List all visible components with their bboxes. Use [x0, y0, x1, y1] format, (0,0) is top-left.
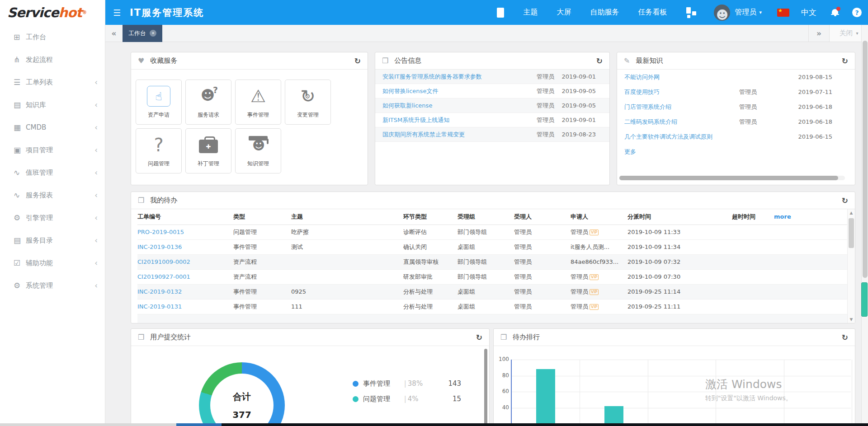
announcement-link[interactable]: 如何替换license文件 [382, 87, 526, 95]
panel-title: 用户提交统计 [150, 333, 191, 342]
knowledge-link[interactable]: 几个主要软件调试方法及调试原则 [624, 133, 739, 141]
sidebar-item-catalog[interactable]: ▤服务目录‹ [0, 229, 105, 252]
help-icon[interactable]: ? [852, 8, 862, 17]
sidebar-item-worklist[interactable]: ☰工单列表‹ [0, 71, 105, 94]
scrollbar-thumb[interactable] [849, 218, 854, 248]
service-card-service-request[interactable]: ☻?服务请求 [185, 80, 231, 125]
refresh-icon[interactable]: ↻ [842, 333, 848, 342]
refresh-icon[interactable]: ↻ [354, 56, 361, 66]
heart-icon: ♥ [138, 56, 144, 65]
announcement-item[interactable]: 国庆期间所有系统禁止常规变更管理员2019-08-23 [375, 127, 609, 142]
sidebar-item-cmdb[interactable]: ▦CMDB‹ [0, 116, 105, 139]
announcement-link[interactable]: 新ITSM系统升级上线通知 [382, 116, 526, 124]
service-card-asset-apply[interactable]: ☝资产申请 [136, 80, 182, 125]
layout-grid-icon[interactable] [686, 7, 697, 18]
work-order-link[interactable]: CI20190927-0001 [137, 273, 190, 280]
tabs-scroll-right-icon[interactable]: » [808, 25, 829, 42]
hamburger-menu-icon[interactable]: ☰ [113, 8, 121, 18]
more-link[interactable]: 更多 [617, 144, 855, 159]
knowledge-link[interactable]: 百度使用技巧 [624, 88, 739, 96]
gridline [512, 408, 851, 408]
knowledge-link[interactable]: 门店管理系统介绍 [624, 103, 739, 111]
work-order-link[interactable]: INC-2019-0136 [137, 243, 182, 250]
work-order-link[interactable]: PRO-2019-0015 [137, 229, 184, 235]
nav-item-self-service[interactable]: 自助服务 [590, 8, 619, 17]
service-card-patch[interactable]: ✚补丁管理 [185, 128, 231, 173]
tab-close-icon[interactable]: ✕ [150, 30, 156, 37]
sidebar-item-knowledge-base[interactable]: ▤知识库‹ [0, 94, 105, 116]
page-scrollbar[interactable] [861, 25, 868, 426]
refresh-icon[interactable]: ↻ [842, 196, 848, 205]
announcement-link[interactable]: 国庆期间所有系统禁止常规变更 [382, 131, 526, 139]
vertical-scrollbar[interactable]: ▲ ▼ [847, 209, 855, 323]
scroll-up-icon[interactable]: ▲ [848, 209, 855, 216]
service-card-incident[interactable]: ⚠事件管理 [235, 80, 281, 125]
notification-bell-icon[interactable] [831, 8, 840, 17]
refresh-icon[interactable]: ↻ [596, 56, 603, 66]
panel-scrollbar-thumb[interactable] [484, 349, 487, 426]
legend-item[interactable]: 问题管理|4%15 [353, 391, 461, 407]
announcement-author: 管理员 [526, 116, 554, 124]
announcement-item[interactable]: 如何获取新license管理员2019-09-05 [375, 98, 609, 113]
service-card-knowledge-mgmt[interactable]: ☻知识管理 [235, 128, 281, 173]
china-flag-icon[interactable]: ★ [777, 9, 789, 17]
knowledge-item[interactable]: 二维码发码系统介绍管理员2019-06-18 [617, 114, 855, 129]
more-link[interactable]: more [774, 209, 847, 225]
knowledge-item[interactable]: 几个主要软件调试方法及调试原则2019-06-15 [617, 129, 855, 144]
sidebar-item-label: 辅助功能 [26, 259, 53, 267]
vip-badge: VIP [590, 289, 599, 295]
type-cell: 事件管理 [233, 299, 291, 314]
announcement-link[interactable]: 如何获取新license [382, 102, 526, 110]
refresh-icon[interactable]: ↻ [476, 333, 482, 342]
sidebar-item-report[interactable]: ∿服务报表‹ [0, 184, 105, 206]
page-scrollbar-thumb[interactable] [863, 41, 868, 278]
service-card-change[interactable]: ↻⚙变更管理 [285, 80, 331, 125]
user-name[interactable]: 管理员 [735, 8, 756, 17]
knowledge-item[interactable]: 百度使用技巧管理员2019-07-11 [617, 84, 855, 99]
language-switch[interactable]: 中文 [801, 7, 816, 18]
tabs-scroll-left-icon[interactable]: « [105, 29, 123, 38]
nav-item-theme[interactable]: 主题 [523, 8, 538, 17]
knowledge-item[interactable]: 不能访问外网2019-08-15 [617, 70, 855, 84]
floating-side-widget[interactable] [861, 282, 868, 317]
refresh-icon[interactable]: ↻ [842, 56, 848, 66]
service-card-problem[interactable]: ?问题管理 [136, 128, 182, 173]
subject-cell: 测试 [291, 239, 403, 254]
subject-cell: 111 [291, 299, 403, 314]
scrollbar-thumb[interactable] [619, 176, 838, 180]
sidebar-item-project[interactable]: ▣项目管理‹ [0, 139, 105, 161]
knowledge-author: 管理员 [739, 118, 789, 126]
empty-cell [774, 225, 847, 239]
announcement-item[interactable]: 如何替换license文件管理员2019-09-05 [375, 84, 609, 98]
work-order-link[interactable]: CI20191009-0002 [137, 258, 190, 265]
tab-workbench[interactable]: 工作台 ✕ [123, 25, 162, 42]
sidebar-item-engine[interactable]: ⚙引擎管理‹ [0, 206, 105, 229]
service-card-label: 变更管理 [297, 111, 319, 119]
announcement-item[interactable]: 安装IT服务管理系统的服务器要求参数管理员2019-09-01 [375, 70, 609, 84]
user-dropdown-caret-icon[interactable]: ▾ [759, 9, 762, 15]
sidebar-item-start-flow[interactable]: ⋔发起流程 [0, 48, 105, 71]
sidebar-item-dashboard[interactable]: ⊞工作台 [0, 26, 105, 48]
user-avatar[interactable]: ☻ [714, 5, 730, 21]
tab-label: 工作台 [128, 29, 146, 37]
work-order-link[interactable]: INC-2019-0132 [137, 288, 182, 295]
announcement-item[interactable]: 新ITSM系统升级上线通知管理员2019-09-01 [375, 113, 609, 127]
knowledge-item[interactable]: 门店管理系统介绍管理员2019-06-18 [617, 99, 855, 114]
sidebar-item-aux[interactable]: ☑辅助功能‹ [0, 252, 105, 274]
screen-toggle-icon[interactable] [497, 8, 504, 18]
work-order-link[interactable]: INC-2019-0131 [137, 303, 182, 310]
knowledge-author: 管理员 [739, 88, 789, 96]
legend-item[interactable]: 事件管理|38%143 [353, 376, 461, 391]
horizontal-scrollbar[interactable] [619, 176, 845, 180]
knowledge-link[interactable]: 二维码发码系统介绍 [624, 118, 739, 126]
announcement-link[interactable]: 安装IT服务管理系统的服务器要求参数 [382, 73, 526, 81]
legend-value: 143 [438, 379, 461, 388]
nav-item-big-screen[interactable]: 大屏 [557, 8, 571, 17]
knowledge-mgmt-icon: ☻ [248, 134, 269, 156]
sidebar-item-duty[interactable]: ∿值班管理‹ [0, 161, 105, 184]
nav-item-task-board[interactable]: 任务看板 [638, 8, 667, 17]
knowledge-link[interactable]: 不能访问外网 [624, 73, 739, 81]
scroll-down-icon[interactable]: ▼ [848, 316, 855, 323]
legend-percent: |4% [404, 395, 438, 403]
sidebar-item-system[interactable]: ⚙系统管理‹ [0, 274, 105, 297]
